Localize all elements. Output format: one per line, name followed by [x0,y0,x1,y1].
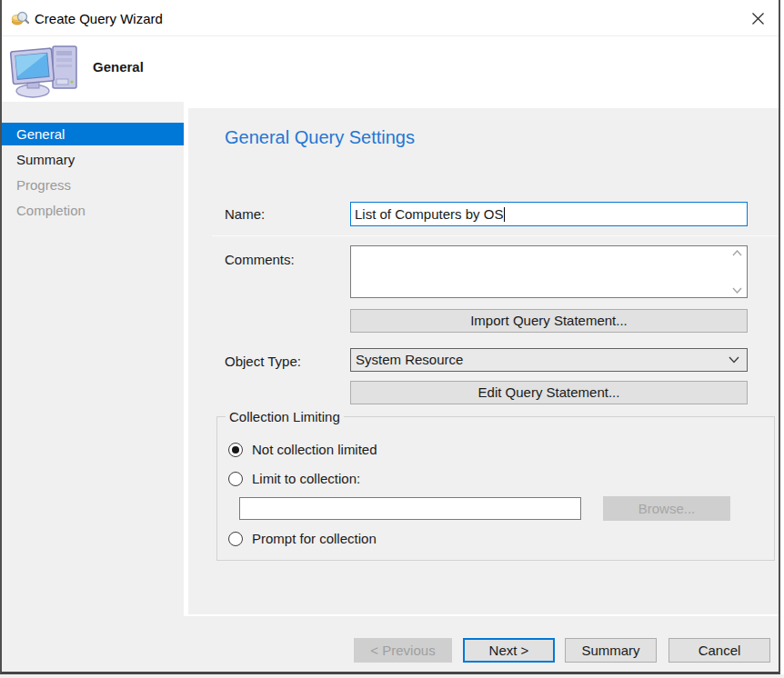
radio-button-icon[interactable] [228,532,243,546]
scroll-down-icon[interactable] [732,287,742,294]
radio-button-icon[interactable] [228,472,243,486]
import-query-statement-button[interactable]: Import Query Statement... [350,309,748,333]
wizard-header: General [2,37,779,102]
sidebar-item-label: Completion [16,203,85,218]
radio-label: Not collection limited [252,442,377,457]
sidebar-item-label: Progress [16,177,71,193]
title-bar: Create Query Wizard [2,0,779,36]
name-input[interactable]: List of Computers by OS [350,202,748,226]
radio-limit-to-collection[interactable]: Limit to collection: [228,471,360,486]
radio-label: Prompt for collection [252,531,377,546]
comments-textarea[interactable] [350,245,748,298]
window-right-gutter [780,0,784,674]
comments-scrollbar [729,250,744,294]
comments-label: Comments: [225,252,295,267]
section-separator [212,235,778,236]
text-caret [504,207,505,222]
collection-limiting-legend: Collection Limiting [226,409,344,424]
page-title: General Query Settings [225,127,415,148]
desktop-background: Create Query Wizard [0,0,784,678]
header-step-title: General [93,59,144,75]
close-icon [751,12,765,25]
query-wizard-icon [11,9,29,27]
window-bottom-strip [0,674,784,678]
browse-button: Browse... [603,496,730,521]
window-title: Create Query Wizard [35,11,163,26]
wizard-button-bar: < Previous Next > Summary Cancel [2,616,779,672]
wizard-steps-list: General Summary Progress Completion [2,123,184,224]
sidebar-item-completion: Completion [2,199,184,222]
object-type-dropdown[interactable]: System Resource [350,348,748,372]
computer-icon [9,43,84,99]
edit-query-statement-button[interactable]: Edit Query Statement... [350,381,748,404]
chevron-down-icon [729,356,739,364]
previous-button: < Previous [354,638,452,663]
sidebar-item-summary[interactable]: Summary [2,148,184,171]
general-settings-panel: General Query Settings Name: List of Com… [188,102,779,672]
object-type-label: Object Type: [225,354,301,369]
radio-not-collection-limited[interactable]: Not collection limited [228,442,377,457]
wizard-steps-sidebar: General Summary Progress Completion [2,102,184,672]
limit-collection-input[interactable] [239,497,581,520]
collection-limiting-groupbox: Collection Limiting Not collection limit… [216,416,775,561]
radio-label: Limit to collection: [252,471,360,486]
close-button[interactable] [744,5,771,31]
object-type-selected-value: System Resource [356,352,463,367]
sidebar-item-label: General [16,126,65,142]
sidebar-item-general[interactable]: General [2,123,184,145]
summary-button[interactable]: Summary [565,638,657,663]
name-label: Name: [225,206,265,222]
sidebar-item-label: Summary [16,152,75,167]
next-button[interactable]: Next > [463,638,555,663]
radio-prompt-for-collection[interactable]: Prompt for collection [228,531,377,546]
radio-button-icon[interactable] [228,443,243,457]
create-query-wizard-window: Create Query Wizard [0,0,780,674]
panel-top-strip [188,102,779,108]
name-input-value: List of Computers by OS [355,206,503,222]
scroll-up-icon[interactable] [732,250,742,256]
cancel-button[interactable]: Cancel [668,638,770,663]
sidebar-item-progress: Progress [2,174,184,196]
